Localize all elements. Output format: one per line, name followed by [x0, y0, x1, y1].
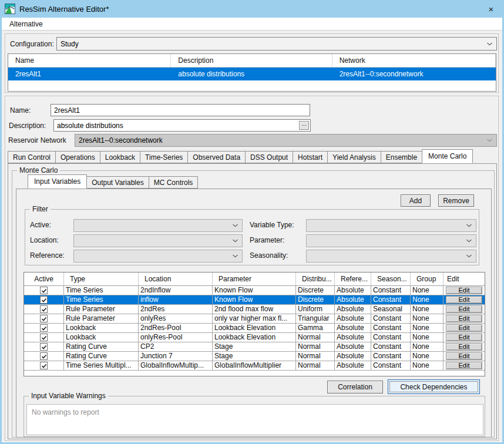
add-button[interactable]: Add	[401, 194, 431, 207]
active-checkbox[interactable]	[40, 362, 48, 369]
input-variable-cell: Time Series	[64, 295, 139, 305]
active-checkbox[interactable]	[40, 352, 48, 360]
filter-select-active[interactable]	[73, 219, 243, 232]
input-variable-cell: Known Flow	[213, 295, 296, 305]
input-variable-row[interactable]: Time Series Multipl...GlobalInflowMultip…	[24, 361, 485, 371]
active-checkbox[interactable]	[40, 343, 48, 351]
input-variable-cell: onlyRes-Pool	[139, 333, 213, 342]
column-header-group: Group	[411, 273, 443, 285]
input-variable-cell: GlobalInflowMultip...	[139, 361, 213, 371]
input-variable-cell: Lookback	[64, 324, 139, 333]
active-checkbox[interactable]	[40, 287, 48, 294]
subtab-mc-controls[interactable]: MC Controls	[149, 176, 199, 189]
check-dependencies-button[interactable]: Check Dependencies	[388, 379, 480, 394]
configuration-panel: Configuration: Study NameDescriptionNetw…	[5, 33, 499, 93]
description-label: Description:	[9, 122, 46, 130]
remove-button[interactable]: Remove	[438, 194, 474, 207]
input-variable-cell: Edit	[443, 361, 485, 371]
filter-select-variabletype[interactable]	[306, 219, 476, 232]
input-variable-cell: Rating Curve	[64, 342, 139, 352]
input-variable-row[interactable]: Time Series2ndInflowKnown FlowDiscreteAb…	[24, 286, 485, 295]
edit-button[interactable]: Edit	[446, 343, 482, 351]
input-variable-cell: None	[411, 295, 443, 305]
chevron-down-icon	[233, 255, 238, 258]
description-ellipsis-button[interactable]: ...	[299, 121, 309, 130]
input-variable-cell	[24, 361, 64, 371]
edit-button[interactable]: Edit	[446, 324, 482, 332]
active-checkbox[interactable]	[40, 305, 48, 313]
edit-button[interactable]: Edit	[446, 315, 482, 322]
edit-button[interactable]: Edit	[446, 362, 482, 369]
tab-yield-analysis[interactable]: Yield Analysis	[327, 151, 381, 163]
input-variable-cell	[24, 286, 64, 295]
tab-run-control[interactable]: Run Control	[8, 151, 56, 163]
input-variable-cell: Absolute	[335, 361, 371, 371]
filter-select-location[interactable]	[73, 234, 243, 247]
edit-button[interactable]: Edit	[446, 352, 482, 360]
subtab-output-variables[interactable]: Output Variables	[86, 176, 149, 189]
tab-ensemble[interactable]: Ensemble	[381, 151, 422, 163]
edit-button[interactable]: Edit	[446, 334, 482, 341]
alternative-panel: Name: Description: ... Reservoir Network…	[5, 96, 499, 441]
description-input[interactable]	[53, 119, 311, 132]
edit-button[interactable]: Edit	[446, 296, 482, 304]
input-variable-row[interactable]: Rule ParameteronlyResonly var higher max…	[24, 314, 485, 324]
input-variable-cell: Uniform	[296, 305, 335, 314]
input-variable-cell: Seasonal	[371, 305, 411, 314]
input-variable-row[interactable]: Rating CurveJunction 7StageNormalAbsolut…	[24, 352, 485, 361]
configuration-select[interactable]: Study	[56, 37, 497, 51]
edit-button[interactable]: Edit	[446, 305, 482, 313]
subtab-input-variables[interactable]: Input Variables	[28, 174, 87, 189]
filter-select-parameter[interactable]	[306, 234, 476, 247]
edit-button[interactable]: Edit	[446, 287, 482, 294]
input-variable-cell: Edit	[443, 324, 485, 333]
tab-lookback[interactable]: Lookback	[100, 151, 140, 163]
chevron-down-icon	[466, 240, 472, 243]
input-variable-cell: Triangular	[296, 314, 335, 324]
active-checkbox[interactable]	[40, 324, 48, 332]
input-variable-cell: Lookback Elevation	[213, 333, 296, 342]
name-label: Name:	[10, 106, 31, 115]
alternative-cell: absolute distributions	[171, 68, 332, 80]
column-header-name: Name	[8, 54, 171, 67]
reservoir-network-select[interactable]: 2resAlt1--0:secondnetwork	[75, 134, 497, 147]
input-variable-row[interactable]: Rule Parameter2ndRes2nd flood max flowUn…	[24, 305, 485, 314]
active-checkbox[interactable]	[40, 296, 48, 304]
alternative-row[interactable]: 2resAlt1absolute distributions2resAlt1--…	[8, 68, 496, 80]
correlation-button[interactable]: Correlation	[327, 381, 383, 393]
tab-observed-data[interactable]: Observed Data	[187, 151, 246, 163]
input-variable-cell: Constant	[371, 342, 411, 352]
input-variable-cell: CP2	[139, 342, 213, 352]
tab-dss-output[interactable]: DSS Output	[245, 151, 293, 163]
input-variable-cell: Known Flow	[213, 286, 296, 295]
input-variable-cell: 2nd flood max flow	[213, 305, 296, 314]
filter-select-seasonality[interactable]	[306, 250, 476, 263]
input-variable-row[interactable]: Lookback2ndRes-PoolLookback ElevationGam…	[24, 324, 485, 333]
tab-time-series[interactable]: Time-Series	[140, 151, 188, 163]
name-input[interactable]	[51, 104, 310, 116]
input-variable-cell: Time Series Multipl...	[64, 361, 139, 371]
reservoir-network-label: Reservoir Network	[8, 136, 66, 144]
input-variable-row[interactable]: LookbackonlyRes-PoolLookback ElevationNo…	[24, 333, 485, 342]
input-variable-cell: Edit	[443, 314, 485, 324]
tab-hotstart[interactable]: Hotstart	[293, 151, 328, 163]
menu-alternative[interactable]: Alternative	[7, 19, 45, 29]
titlebar: ResSim Alternative Editor* ×	[0, 0, 504, 18]
input-variable-cell: Absolute	[335, 333, 371, 342]
input-variable-cell: Constant	[371, 286, 411, 295]
input-variable-cell: 2ndRes	[139, 305, 213, 314]
alternative-tabbar: Run ControlOperationsLookbackTime-Series…	[8, 149, 472, 163]
active-checkbox[interactable]	[40, 315, 48, 322]
tab-operations[interactable]: Operations	[55, 151, 100, 163]
active-checkbox[interactable]	[40, 334, 48, 341]
column-header-parameter: Parameter	[213, 273, 296, 285]
close-icon[interactable]: ×	[478, 0, 504, 18]
filter-select-reference[interactable]	[73, 250, 243, 263]
input-variable-row[interactable]: Time SeriesinflowKnown FlowDiscreteAbsol…	[24, 295, 485, 305]
tab-monte-carlo[interactable]: Monte Carlo	[422, 149, 473, 163]
content-area: Configuration: Study NameDescriptionNetw…	[2, 31, 502, 442]
input-variable-row[interactable]: Rating CurveCP2StageNormalAbsoluteConsta…	[24, 342, 485, 352]
monte-carlo-subtabbar: Input VariablesOutput VariablesMC Contro…	[28, 174, 197, 189]
input-variable-cell	[24, 295, 64, 305]
input-variable-cell: Normal	[296, 342, 335, 352]
